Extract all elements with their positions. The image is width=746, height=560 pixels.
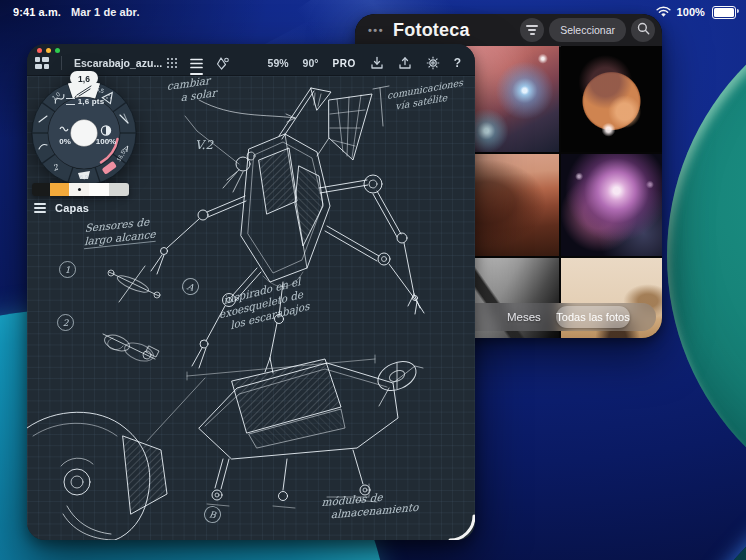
battery-percent: 100% (676, 6, 705, 18)
export-tray-icon[interactable] (398, 56, 412, 70)
tab-all-photos[interactable]: Todas las fotos (556, 306, 630, 328)
search-button[interactable] (631, 18, 655, 42)
wallpaper-dark-teal-circle (640, 430, 746, 560)
gear-icon[interactable] (426, 56, 440, 70)
tool-wheel[interactable]: A 2 1,0 5,5 16,5 6,9 1,6 (29, 70, 141, 196)
grid-dots-icon[interactable] (166, 57, 178, 69)
opacity-max-label: 100% (87, 137, 125, 146)
rotation-value[interactable]: 90° (303, 57, 319, 69)
minimize-icon (46, 48, 51, 53)
help-button[interactable]: ? (454, 56, 461, 70)
selected-swatch-dot (78, 188, 81, 191)
pro-badge[interactable]: PRO (332, 58, 355, 69)
filter-button[interactable] (520, 18, 544, 42)
swatch-gray[interactable] (109, 183, 129, 196)
swatch-black[interactable] (32, 183, 50, 196)
photo-thumbnail-mars[interactable] (561, 46, 662, 152)
status-time: 9:41 a.m. (13, 6, 61, 18)
close-icon (37, 48, 42, 53)
status-date: Mar 1 de abr. (71, 6, 140, 18)
tool-size-badge-value: 1,6 (78, 74, 90, 84)
annotation-marker-2: 2 (57, 314, 74, 331)
photo-thumbnail-orion-nebula[interactable] (561, 154, 662, 256)
layers-panel-toggle[interactable]: Capas (34, 202, 89, 214)
concepts-app-window: Escarabajo_azu... (27, 44, 475, 540)
zoom-level[interactable]: 59% (268, 57, 289, 69)
battery-icon (712, 6, 736, 19)
swatch-orange[interactable] (50, 183, 69, 196)
document-title[interactable]: Escarabajo_azu... (74, 57, 154, 69)
swatch-white-selected[interactable] (69, 183, 89, 196)
traffic-lights[interactable] (37, 48, 60, 53)
search-icon (637, 21, 650, 39)
vector-nib-icon[interactable] (215, 57, 229, 70)
import-tray-icon[interactable] (370, 56, 384, 70)
color-swatch-bar (32, 183, 129, 196)
layers-label: Capas (55, 202, 89, 214)
swatch-white[interactable] (89, 183, 109, 196)
wallpaper-teal-circle (667, 0, 746, 527)
photos-app-title: Fototeca (393, 20, 470, 41)
ipad-screen: 9:41 a.m. Mar 1 de abr. 100% ••• Fototec… (0, 0, 746, 560)
zoom-icon (55, 48, 60, 53)
window-controls-handle[interactable]: ••• (368, 24, 384, 36)
layers-icon (34, 203, 46, 213)
toolbar-divider (61, 56, 62, 70)
select-button[interactable]: Seleccionar (549, 18, 626, 42)
tab-months[interactable]: Meses (507, 303, 541, 331)
annotation-version: V.2 (195, 138, 213, 153)
stroke-size-label: 1,6 pts (29, 97, 141, 106)
gallery-icon[interactable] (35, 57, 49, 69)
menu-lines-icon[interactable] (190, 58, 203, 69)
segment-size-label: 6,9 (80, 174, 89, 180)
filter-lines-icon (526, 25, 538, 35)
opacity-min-label: 0% (51, 137, 79, 146)
wifi-icon (656, 6, 671, 18)
annotation-marker-1: 1 (59, 261, 76, 278)
photos-titlebar: ••• Fototeca Seleccionar (355, 14, 662, 47)
